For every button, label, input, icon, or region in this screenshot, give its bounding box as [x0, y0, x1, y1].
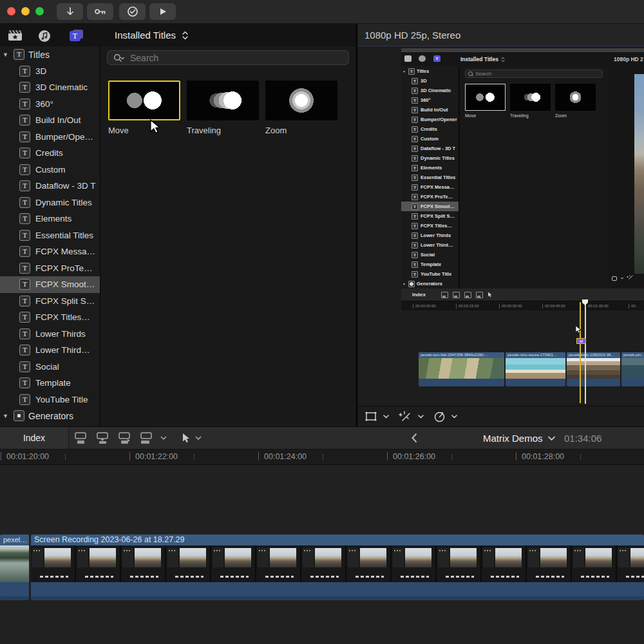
title-thumbnail-cell[interactable]: Zoom: [265, 80, 337, 135]
sidebar-generators-header[interactable]: Generators: [0, 408, 100, 424]
title-category-icon: [19, 345, 30, 355]
select-tool-dropdown[interactable]: [181, 427, 202, 449]
filmstrip-frame: [301, 545, 346, 582]
chevron-down-icon: [620, 277, 624, 279]
timeline-clip-pexel[interactable]: pexel…: [0, 535, 29, 600]
enhance-wand-icon: [627, 275, 634, 281]
photos-audio-icon[interactable]: [37, 29, 52, 43]
media-clapperboard-icon[interactable]: [8, 29, 23, 42]
minimize-window-button[interactable]: [21, 7, 30, 15]
ruler-tick: [413, 304, 413, 308]
sidebar-item[interactable]: Lower Third…: [0, 342, 100, 359]
close-window-button[interactable]: [7, 7, 15, 15]
timeline-ruler[interactable]: 00:01:20:00 00:01:22:00 00:01:24:00 00:0…: [0, 450, 644, 465]
enhance-wand-icon[interactable]: [399, 411, 412, 422]
title-thumbnail-cell[interactable]: Traveling: [187, 80, 259, 135]
chevron-down-icon[interactable]: [160, 436, 167, 440]
sidebar-item[interactable]: Dynamic Titles: [0, 194, 100, 211]
sidebar-item[interactable]: Dataflow - 3D T: [0, 178, 100, 194]
chevron-down-icon[interactable]: [548, 436, 555, 441]
sidebar-item[interactable]: 3D: [0, 63, 100, 80]
recorded-sidebar-item-label: 3D: [421, 78, 427, 84]
select-tool-arrow-icon: [181, 433, 190, 444]
viewer-video-frame: T Installed Titles 1080p HD 2 Titles: [401, 48, 644, 406]
disclosure-triangle-icon[interactable]: [3, 413, 10, 419]
sidebar-item[interactable]: FCPX Split S…: [0, 293, 100, 310]
zoom-window-button[interactable]: [35, 7, 44, 15]
title-category-icon: [412, 175, 418, 181]
sidebar-item-label: Credits: [35, 148, 63, 158]
clip-footer: [31, 596, 644, 600]
title-category-icon: [412, 155, 418, 162]
sidebar-item-label: 360°: [35, 99, 53, 109]
sidebar-item[interactable]: Credits: [0, 145, 100, 162]
recorded-timeline-clip: pexels-nino-souza-173901…: [506, 352, 565, 386]
recorded-timeline-ruler: 00:00:00:00 00:00:15:00 00:00:30:00: [401, 301, 644, 310]
search-field[interactable]: [107, 50, 349, 65]
overwrite-edit-icon[interactable]: [117, 431, 132, 444]
title-thumbnails: Move Traveling Zoom: [108, 80, 337, 135]
chevron-down-icon[interactable]: [418, 415, 424, 419]
filmstrip-frame: [392, 545, 437, 582]
title-category-icon: [19, 147, 30, 158]
sidebar-item[interactable]: FCPX Smoot…: [0, 276, 100, 293]
keyword-editor-button[interactable]: [87, 3, 113, 20]
append-edit-icon: [476, 292, 483, 298]
search-input[interactable]: [129, 52, 318, 64]
append-edit-icon[interactable]: [138, 431, 154, 444]
timeline-track-area[interactable]: pexel… Screen Recording 2023-06-26 at 18…: [0, 465, 644, 644]
sidebar-titles-header[interactable]: Titles: [0, 46, 100, 63]
sidebar-item[interactable]: Essential Titles: [0, 227, 100, 244]
chevron-down-icon[interactable]: [451, 415, 457, 419]
sidebar-item[interactable]: Lower Thirds: [0, 326, 100, 343]
sidebar-item[interactable]: Template: [0, 375, 100, 392]
title-preview-art: [188, 82, 258, 119]
disclosure-triangle-icon[interactable]: [3, 52, 10, 58]
sidebar-item[interactable]: 3D Cinematic: [0, 79, 100, 96]
title-thumbnail-cell[interactable]: Move: [108, 80, 180, 135]
timeline-clip-screen-recording[interactable]: Screen Recording 2023-06-26 at 18.27.29: [31, 535, 644, 600]
chevron-down-icon[interactable]: [383, 415, 389, 419]
recorded-ruler-label: 00:00:45:00: [545, 304, 565, 308]
recorded-sidebar-item: FCPX Split S…: [401, 211, 459, 221]
recorded-sidebar-item-label: 3D Cinematic: [421, 88, 451, 93]
sidebar-item[interactable]: FCPX ProTe…: [0, 260, 100, 277]
title-category-icon: [19, 115, 30, 126]
recorded-index-button: Index: [412, 292, 426, 298]
import-media-button[interactable]: [57, 3, 83, 20]
title-category-icon: [19, 82, 30, 93]
title-thumbnail[interactable]: [265, 80, 337, 120]
retime-icon[interactable]: [433, 411, 446, 422]
sidebar-item-label: Lower Thirds: [35, 329, 86, 339]
frame-ui-dots: [484, 550, 492, 551]
sidebar-item[interactable]: YouTube Title: [0, 392, 100, 408]
sidebar-item[interactable]: Social: [0, 359, 100, 375]
title-thumbnail[interactable]: [187, 80, 259, 120]
sidebar-item[interactable]: FCPX Messa…: [0, 243, 100, 260]
recorded-ruler-cell: 00:00:15:00: [456, 304, 499, 308]
sidebar-item[interactable]: Bumper/Ope…: [0, 129, 100, 146]
recorded-sidebar-item-label: Elements: [421, 165, 442, 171]
previous-timeline-button[interactable]: [411, 427, 417, 449]
titles-generators-icon[interactable]: T: [69, 29, 84, 43]
sidebar-item[interactable]: 360°: [0, 96, 100, 113]
ruler-timecode-label: 00:01:20:00: [6, 452, 49, 461]
index-button[interactable]: Index: [0, 427, 69, 449]
title-thumbnail[interactable]: [108, 80, 180, 120]
sidebar-item[interactable]: Elements: [0, 211, 100, 227]
sidebar-item[interactable]: Build In/Out: [0, 112, 100, 129]
project-dropdown[interactable]: Matrix Demos: [483, 427, 543, 449]
ruler-cell: 00:01:26:00: [386, 450, 515, 464]
recorded-sidebar-item: Lower Third…: [401, 240, 459, 250]
installed-titles-dropdown[interactable]: Installed Titles: [115, 24, 189, 46]
background-tasks-button[interactable]: [119, 3, 146, 20]
ruler-minor-tick: [451, 454, 452, 460]
connect-edit-icon: [441, 292, 448, 298]
share-button[interactable]: [149, 3, 176, 20]
transform-icon[interactable]: [365, 411, 377, 422]
connect-edit-icon[interactable]: [73, 431, 88, 444]
sidebar-item[interactable]: Custom: [0, 162, 100, 178]
insert-edit-icon[interactable]: [95, 431, 110, 444]
sidebar-item[interactable]: FCPX Titles…: [0, 309, 100, 326]
recorded-title-thumbnail: [555, 84, 596, 111]
